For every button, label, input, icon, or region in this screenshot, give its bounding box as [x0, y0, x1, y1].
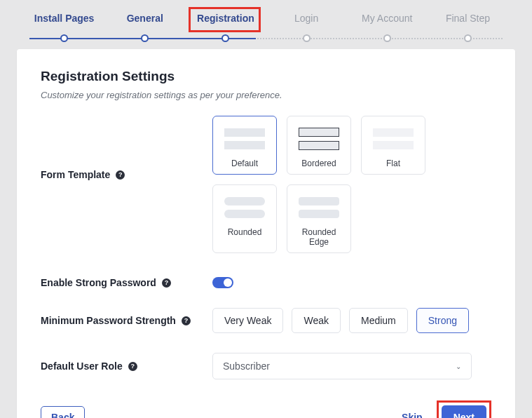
settings-card: Registration Settings Customize your reg… [17, 49, 515, 418]
template-rounded-edge[interactable]: Rounded Edge [287, 184, 351, 253]
wizard-stepper: Install Pages General Registration Login… [0, 0, 532, 24]
back-button[interactable]: Back [41, 406, 85, 418]
chevron-down-icon: ⌄ [456, 363, 461, 370]
form-template-label: Form Template [41, 169, 110, 180]
strength-strong[interactable]: Strong [416, 308, 469, 333]
template-bordered[interactable]: Bordered [287, 116, 351, 175]
template-flat[interactable]: Flat [361, 116, 425, 175]
wizard-footer: Back Skip Next [41, 400, 491, 418]
default-role-select[interactable]: Subscriber ⌄ [212, 353, 472, 379]
default-role-value: Subscriber [223, 360, 270, 372]
password-strength-options: Very Weak Weak Medium Strong [212, 308, 491, 333]
min-strength-label: Minimum Password Strength [41, 315, 176, 326]
highlight-next-button: Next [437, 400, 491, 418]
step-my-account[interactable]: My Account [347, 13, 428, 24]
page-subtitle: Customize your registration settings as … [41, 90, 491, 100]
help-icon[interactable]: ? [128, 362, 137, 371]
strong-password-label: Enable Strong Password [41, 277, 156, 288]
step-registration[interactable]: Registration [185, 13, 266, 24]
default-role-label: Default User Role [41, 360, 123, 372]
strength-very-weak[interactable]: Very Weak [212, 308, 283, 333]
step-login[interactable]: Login [266, 13, 347, 24]
step-final[interactable]: Final Step [428, 13, 508, 24]
template-rounded[interactable]: Rounded [212, 184, 277, 253]
help-icon[interactable]: ? [162, 278, 171, 288]
step-install-pages[interactable]: Install Pages [24, 13, 104, 24]
template-default[interactable]: Default [212, 116, 277, 175]
strength-medium[interactable]: Medium [349, 308, 408, 333]
next-button[interactable]: Next [442, 405, 486, 418]
strength-weak[interactable]: Weak [292, 308, 341, 333]
skip-button[interactable]: Skip [390, 406, 434, 418]
step-general[interactable]: General [104, 13, 185, 24]
form-template-options: Default Bordered Flat Rounded Rounded Ed… [212, 116, 451, 253]
strong-password-toggle[interactable] [212, 277, 233, 288]
page-title: Registration Settings [41, 69, 491, 84]
help-icon[interactable]: ? [182, 316, 191, 325]
help-icon[interactable]: ? [116, 170, 125, 180]
